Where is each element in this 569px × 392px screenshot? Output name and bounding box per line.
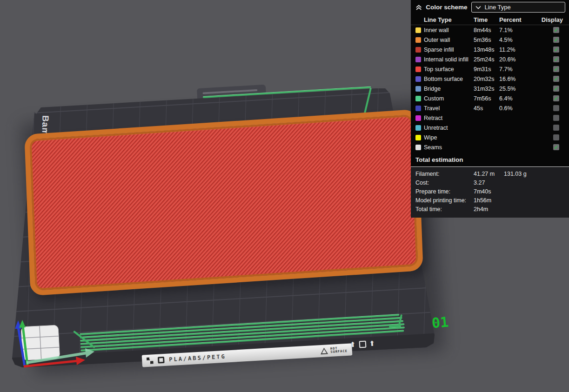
arrow-up-icon: ⬆ bbox=[350, 340, 356, 349]
line-type-row: Inner wall8m44s7.1%✓ bbox=[411, 25, 569, 35]
line-type-label: Travel bbox=[424, 105, 474, 112]
line-type-percent: 25.5% bbox=[499, 86, 533, 92]
display-checkbox[interactable] bbox=[553, 115, 559, 121]
line-type-row: Bottom surface20m32s16.6%✓ bbox=[411, 74, 569, 84]
estimation-label: Prepare time: bbox=[415, 188, 474, 195]
chevron-down-icon bbox=[475, 6, 481, 9]
col-percent: Percent bbox=[499, 16, 533, 23]
line-type-time: 45s bbox=[474, 105, 499, 112]
hot-surface-line2: SURFACE bbox=[330, 350, 348, 354]
line-type-row: Top surface9m31s7.7%✓ bbox=[411, 64, 569, 74]
line-type-color-swatch bbox=[415, 125, 421, 131]
plate-number-label[interactable]: 01 bbox=[431, 313, 449, 331]
collapse-chevrons-icon[interactable] bbox=[415, 4, 422, 11]
table-column-headers: Line Type Time Percent Display bbox=[411, 14, 569, 25]
total-estimation-body: Filament:41.27 m131.03 gCost:3.27Prepare… bbox=[411, 167, 569, 218]
display-checkbox[interactable]: ✓ bbox=[553, 27, 559, 33]
line-type-color-swatch bbox=[415, 37, 421, 43]
line-type-percent: 0.6% bbox=[499, 105, 533, 112]
qr-code-icon bbox=[158, 357, 165, 364]
display-checkbox[interactable]: ✓ bbox=[553, 37, 559, 43]
estimation-value-secondary: 131.03 g bbox=[504, 171, 569, 177]
line-type-color-swatch bbox=[415, 106, 421, 111]
line-type-label: Seams bbox=[424, 144, 474, 151]
line-type-color-swatch bbox=[415, 76, 421, 82]
panel-title: Color scheme bbox=[426, 4, 467, 11]
display-checkbox[interactable]: ✓ bbox=[553, 144, 559, 150]
estimation-value: 3.27 bbox=[474, 179, 504, 186]
line-type-label: Internal solid infill bbox=[424, 56, 474, 63]
line-type-time: 25m24s bbox=[474, 56, 499, 63]
sliced-model-preview[interactable] bbox=[24, 109, 423, 296]
line-type-label: Inner wall bbox=[424, 27, 474, 33]
line-type-color-swatch bbox=[415, 47, 421, 53]
line-type-label: Wipe bbox=[424, 134, 474, 141]
line-type-time: 20m32s bbox=[474, 76, 499, 82]
estimation-label: Total time: bbox=[415, 206, 474, 213]
line-type-table-body: Inner wall8m44s7.1%✓Outer wall5m36s4.5%✓… bbox=[411, 25, 569, 152]
line-type-color-swatch bbox=[415, 27, 421, 33]
warning-triangle-icon bbox=[321, 347, 328, 354]
color-scheme-panel: Color scheme Line Type Line Type Time Pe… bbox=[411, 0, 569, 218]
plate-material-label: PLA/ABS/PETG bbox=[169, 353, 226, 363]
line-type-row: Retract bbox=[411, 113, 569, 123]
line-type-label: Retract bbox=[424, 115, 474, 121]
line-type-time: 31m32s bbox=[474, 86, 499, 92]
display-checkbox[interactable]: ✓ bbox=[553, 66, 559, 72]
estimation-row: Model printing time:1h56m bbox=[411, 196, 569, 205]
line-type-row: Internal solid infill25m24s20.6%✓ bbox=[411, 54, 569, 64]
arrow-up-icon: ⬆ bbox=[369, 339, 375, 348]
dots-icon bbox=[147, 357, 154, 364]
line-type-row: Seams✓ bbox=[411, 142, 569, 152]
panel-header: Color scheme Line Type bbox=[411, 0, 569, 14]
line-type-time: 13m48s bbox=[474, 47, 499, 53]
square-icon bbox=[359, 340, 366, 348]
display-checkbox[interactable]: ✓ bbox=[553, 86, 559, 92]
line-type-row: Unretract bbox=[411, 123, 569, 133]
display-checkbox[interactable]: ✓ bbox=[553, 76, 559, 82]
line-type-row: Bridge31m32s25.5%✓ bbox=[411, 84, 569, 93]
estimation-value: 41.27 m bbox=[474, 171, 504, 177]
estimation-row: Total time:2h4m bbox=[411, 205, 569, 213]
estimation-value: 7m40s bbox=[474, 188, 504, 195]
line-type-label: Unretract bbox=[424, 125, 474, 131]
estimation-label: Filament: bbox=[415, 171, 474, 177]
estimation-value: 2h4m bbox=[474, 206, 504, 213]
estimation-row: Filament:41.27 m131.03 g bbox=[411, 169, 569, 178]
line-type-color-swatch bbox=[415, 135, 421, 140]
line-type-color-swatch bbox=[415, 145, 421, 150]
total-estimation-title: Total estimation bbox=[411, 152, 569, 166]
line-type-row: Wipe bbox=[411, 133, 569, 142]
display-checkbox[interactable]: ✓ bbox=[553, 56, 559, 62]
line-type-label: Sparse infill bbox=[424, 47, 474, 53]
view-type-dropdown[interactable]: Line Type bbox=[471, 2, 565, 13]
line-type-percent: 16.6% bbox=[499, 76, 533, 82]
line-type-time: 5m36s bbox=[474, 37, 499, 43]
line-type-label: Outer wall bbox=[424, 37, 474, 43]
estimation-label: Cost: bbox=[415, 179, 474, 186]
display-checkbox[interactable]: ✓ bbox=[553, 47, 559, 53]
line-type-row: Custom7m56s6.4%✓ bbox=[411, 93, 569, 103]
line-type-color-swatch bbox=[415, 96, 421, 101]
display-checkbox[interactable]: ✓ bbox=[553, 95, 559, 101]
line-type-time: 9m31s bbox=[474, 66, 499, 73]
line-type-label: Custom bbox=[424, 95, 474, 102]
display-checkbox[interactable] bbox=[553, 134, 559, 140]
line-type-percent: 4.5% bbox=[499, 37, 533, 43]
plate-orientation-icons: ⬆ ⬆ bbox=[350, 339, 375, 349]
line-type-percent: 7.7% bbox=[499, 66, 533, 73]
line-type-row: Sparse infill13m48s11.2%✓ bbox=[411, 45, 569, 54]
line-type-color-swatch bbox=[415, 66, 421, 72]
estimation-row: Cost:3.27 bbox=[411, 178, 569, 187]
line-type-label: Top surface bbox=[424, 66, 474, 73]
line-type-label: Bridge bbox=[424, 86, 474, 92]
estimation-label: Model printing time: bbox=[415, 197, 474, 204]
col-display: Display bbox=[533, 16, 569, 23]
estimation-row: Prepare time:7m40s bbox=[411, 187, 569, 196]
estimation-value: 1h56m bbox=[474, 197, 504, 204]
view-type-selected: Line Type bbox=[485, 4, 511, 11]
display-checkbox[interactable] bbox=[553, 105, 559, 111]
display-checkbox[interactable] bbox=[553, 125, 559, 131]
col-line-type: Line Type bbox=[424, 16, 474, 23]
line-type-percent: 20.6% bbox=[499, 56, 533, 63]
